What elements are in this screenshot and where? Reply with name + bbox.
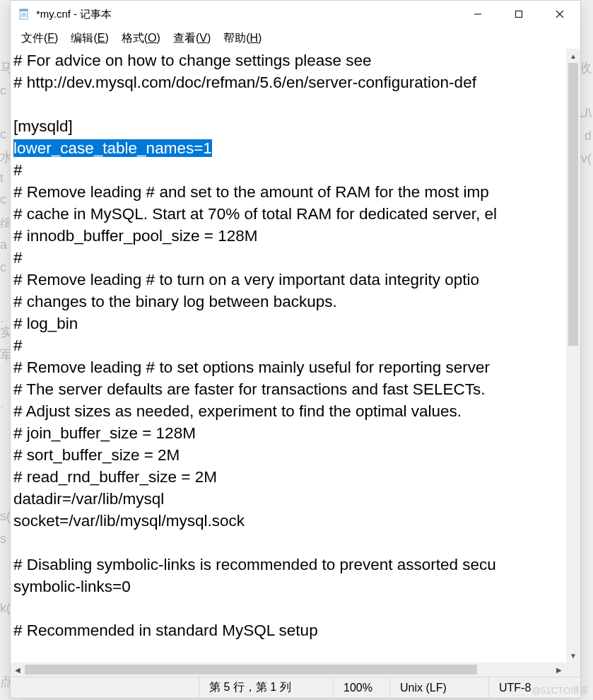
vscroll-thumb[interactable] bbox=[568, 63, 578, 346]
menu-edit[interactable]: 编辑(E) bbox=[64, 29, 115, 48]
hscroll-thumb[interactable] bbox=[25, 665, 477, 675]
horizontal-scrollbar[interactable]: ◀ ▶ bbox=[11, 663, 580, 677]
scroll-down-icon[interactable]: ▼ bbox=[566, 648, 580, 663]
status-cursor: 第 5 行，第 1 列 bbox=[199, 677, 333, 698]
titlebar[interactable]: *my.cnf - 记事本 bbox=[11, 1, 580, 28]
menu-file[interactable]: 文件(F) bbox=[15, 29, 64, 48]
minimize-button[interactable] bbox=[457, 1, 498, 28]
statusbar: 第 5 行，第 1 列 100% Unix (LF) UTF-8 bbox=[11, 677, 580, 698]
vertical-scrollbar[interactable]: ▲ ▼ bbox=[566, 49, 580, 663]
svg-rect-6 bbox=[516, 11, 522, 18]
scroll-corner bbox=[566, 663, 580, 677]
scroll-left-icon[interactable]: ◀ bbox=[11, 663, 25, 677]
menu-help[interactable]: 帮助(H) bbox=[217, 29, 268, 48]
text-editor[interactable]: # For advice on how to change settings p… bbox=[11, 49, 566, 663]
status-line-ending: Unix (LF) bbox=[389, 677, 488, 698]
svg-rect-1 bbox=[20, 9, 28, 11]
scroll-right-icon[interactable]: ▶ bbox=[552, 663, 566, 677]
scroll-up-icon[interactable]: ▲ bbox=[566, 49, 580, 63]
close-button[interactable] bbox=[539, 1, 580, 28]
status-spacer bbox=[11, 677, 199, 698]
menubar: 文件(F) 编辑(E) 格式(O) 查看(V) 帮助(H) bbox=[11, 28, 580, 49]
status-zoom: 100% bbox=[333, 677, 389, 698]
menu-view[interactable]: 查看(V) bbox=[167, 29, 217, 48]
menu-format[interactable]: 格式(O) bbox=[115, 29, 167, 48]
maximize-button[interactable] bbox=[498, 1, 539, 28]
watermark: @51CTO博客 bbox=[532, 684, 589, 697]
editor-area: # For advice on how to change settings p… bbox=[11, 49, 580, 663]
window-title: *my.cnf - 记事本 bbox=[36, 8, 112, 21]
notepad-window: *my.cnf - 记事本 文件(F) 编辑(E) 格式(O) 查看(V) 帮助… bbox=[10, 0, 581, 699]
hscroll-track[interactable] bbox=[25, 663, 552, 677]
app-icon bbox=[18, 8, 30, 21]
